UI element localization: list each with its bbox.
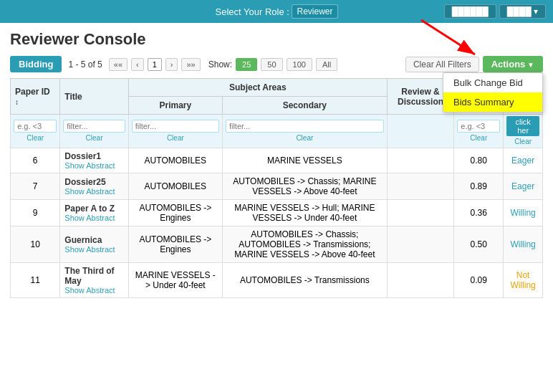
clear-filters-btn[interactable]: Clear All Filters xyxy=(405,57,479,72)
cell-secondary: MARINE VESSELS xyxy=(222,148,387,173)
clear-bid-link[interactable]: Clear xyxy=(514,138,532,145)
cell-id: 11 xyxy=(11,263,60,298)
cell-primary: AUTOMOBILES -> Engines xyxy=(128,200,222,226)
cell-secondary: AUTOMOBILES -> Chassis; AUTOMOBILES -> T… xyxy=(222,226,387,263)
cell-title: Guernica Show Abstract xyxy=(60,226,128,263)
show-25-btn[interactable]: 25 xyxy=(236,58,257,71)
cell-bid[interactable]: Eager xyxy=(504,173,543,200)
filter-secondary-input[interactable] xyxy=(226,120,384,133)
cell-id: 9 xyxy=(11,200,60,226)
filter-review-cell xyxy=(387,115,453,148)
page-title: Reviewer Console xyxy=(10,30,543,49)
actions-dropdown: Bulk Change Bid Bids Summary xyxy=(443,72,543,113)
page-last-btn[interactable]: »» xyxy=(181,58,200,71)
filter-id-input[interactable] xyxy=(14,120,57,133)
cell-score: 0.09 xyxy=(454,263,504,298)
bids-summary-item[interactable]: Bids Summary xyxy=(443,92,542,112)
paper-title: Guernica xyxy=(64,235,102,245)
cell-secondary: AUTOMOBILES -> Chassis; MARINE VESSELS -… xyxy=(222,173,387,200)
toolbar: Bidding 1 - 5 of 5 «« ‹ 1 › »» Show: 25 … xyxy=(10,56,543,72)
filter-id-cell[interactable]: Clear xyxy=(11,115,60,148)
filter-row: Clear Clear Clear Clear Clear xyxy=(11,115,543,148)
show-abstract-link[interactable]: Show Abstract xyxy=(64,161,123,170)
cell-review xyxy=(387,173,453,200)
cell-id: 6 xyxy=(11,148,60,173)
actions-container: Actions Bulk Change Bid Bids Summary xyxy=(483,56,543,72)
cell-title: Dossier1 Show Abstract xyxy=(60,148,128,173)
clear-title-link[interactable]: Clear xyxy=(86,134,103,142)
paper-title: The Third of May xyxy=(64,266,114,286)
col-subject-areas: Subject Areas xyxy=(128,79,387,97)
actions-btn[interactable]: Actions xyxy=(483,56,543,72)
cell-bid[interactable]: Willing xyxy=(504,226,543,263)
cell-title: Paper A to Z Show Abstract xyxy=(60,200,128,226)
cell-score: 0.50 xyxy=(454,226,504,263)
bid-value[interactable]: Willing xyxy=(510,208,535,218)
show-50-btn[interactable]: 50 xyxy=(261,58,282,71)
show-abstract-link[interactable]: Show Abstract xyxy=(64,245,123,254)
filter-primary-cell[interactable]: Clear xyxy=(128,115,222,148)
filter-title-cell[interactable]: Clear xyxy=(60,115,128,148)
show-abstract-link[interactable]: Show Abstract xyxy=(64,187,123,196)
cell-review xyxy=(387,148,453,173)
table-row: 7 Dossier25 Show Abstract AUTOMOBILES AU… xyxy=(11,173,543,200)
cell-bid[interactable]: Willing xyxy=(504,200,543,226)
show-abstract-link[interactable]: Show Abstract xyxy=(64,286,123,295)
cell-review xyxy=(387,226,453,263)
tab-bidding[interactable]: Bidding xyxy=(10,56,62,72)
role-select[interactable]: Reviewer xyxy=(292,4,337,19)
clear-score-link[interactable]: Clear xyxy=(470,134,487,142)
cell-review xyxy=(387,263,453,298)
cell-secondary: MARINE VESSELS -> Hull; MARINE VESSELS -… xyxy=(222,200,387,226)
show-abstract-link[interactable]: Show Abstract xyxy=(64,214,123,222)
cell-primary: MARINE VESSELS -> Under 40-feet xyxy=(128,263,222,298)
bid-value[interactable]: Eager xyxy=(511,156,534,166)
table-body: 6 Dossier1 Show Abstract AUTOMOBILES MAR… xyxy=(11,148,543,298)
filter-primary-input[interactable] xyxy=(132,120,219,133)
show-100-btn[interactable]: 100 xyxy=(287,58,312,71)
table-row: 6 Dossier1 Show Abstract AUTOMOBILES MAR… xyxy=(11,148,543,173)
filter-bid-cell[interactable]: click her Clear xyxy=(504,115,543,148)
page-next-btn[interactable]: › xyxy=(165,58,178,71)
bid-value[interactable]: Not Willing xyxy=(510,270,535,290)
click-here-btn[interactable]: click her xyxy=(506,116,539,136)
cell-secondary: AUTOMOBILES -> Transmissions xyxy=(222,263,387,298)
user-btn1[interactable]: ██████ xyxy=(444,4,496,19)
filter-score-cell[interactable]: Clear xyxy=(454,115,504,148)
page-prev-btn[interactable]: ‹ xyxy=(131,58,144,71)
bid-value[interactable]: Willing xyxy=(510,239,535,249)
cell-title: Dossier25 Show Abstract xyxy=(60,173,128,200)
pagination-info: 1 - 5 of 5 xyxy=(68,59,102,70)
bid-value[interactable]: Eager xyxy=(511,181,534,191)
cell-bid[interactable]: Not Willing xyxy=(504,263,543,298)
cell-review xyxy=(387,200,453,226)
filter-title-input[interactable] xyxy=(63,120,125,133)
table-row: 10 Guernica Show Abstract AUTOMOBILES ->… xyxy=(11,226,543,263)
filter-score-input[interactable] xyxy=(457,120,500,133)
col-title: Title xyxy=(60,79,128,115)
cell-score: 0.80 xyxy=(454,148,504,173)
cell-primary: AUTOMOBILES -> Engines xyxy=(128,226,222,263)
cell-bid[interactable]: Eager xyxy=(504,148,543,173)
clear-id-link[interactable]: Clear xyxy=(27,134,44,142)
clear-secondary-link[interactable]: Clear xyxy=(296,134,313,142)
clear-primary-link[interactable]: Clear xyxy=(167,134,184,142)
cell-primary: AUTOMOBILES xyxy=(128,173,222,200)
col-paperid: Paper ID ↕ xyxy=(11,79,60,115)
filter-secondary-cell[interactable]: Clear xyxy=(222,115,387,148)
paper-title: Dossier25 xyxy=(64,177,105,187)
table-row: 11 The Third of May Show Abstract MARINE… xyxy=(11,263,543,298)
cell-title: The Third of May Show Abstract xyxy=(60,263,128,298)
paper-title: Paper A to Z xyxy=(64,204,115,214)
paper-title: Dossier1 xyxy=(64,151,101,161)
cell-score: 0.36 xyxy=(454,200,504,226)
role-label: Select Your Role : xyxy=(216,6,289,17)
sort-icon: ↕ xyxy=(15,98,19,106)
page-first-btn[interactable]: «« xyxy=(109,58,128,71)
user-btn2[interactable]: ████ ▾ xyxy=(499,4,546,19)
page-current: 1 xyxy=(148,58,162,71)
table-row: 9 Paper A to Z Show Abstract AUTOMOBILES… xyxy=(11,200,543,226)
cell-score: 0.89 xyxy=(454,173,504,200)
bulk-change-bid-item[interactable]: Bulk Change Bid xyxy=(443,73,542,92)
show-all-btn[interactable]: All xyxy=(316,58,337,71)
